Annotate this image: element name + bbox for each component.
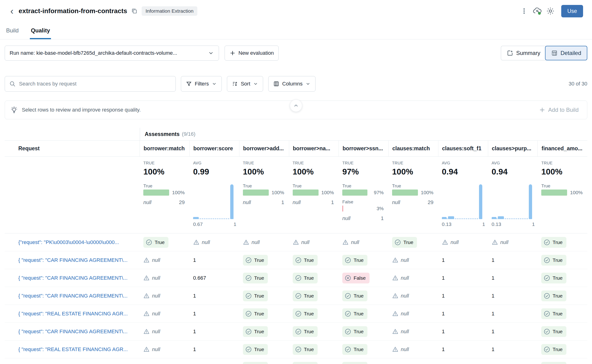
assessment-column-header[interactable]: borrower:match xyxy=(140,141,189,156)
check-circle-icon xyxy=(544,239,550,246)
true-badge: True xyxy=(541,291,566,301)
true-badge: True xyxy=(293,291,318,301)
sort-icon xyxy=(232,81,238,87)
assessment-column-header[interactable]: borrower>na... xyxy=(289,141,339,156)
null-value: null xyxy=(143,275,160,281)
table-icon xyxy=(551,50,558,56)
assessment-cell: True xyxy=(538,291,587,301)
back-chevron-icon[interactable]: ‹ xyxy=(8,6,16,16)
assessment-cell: 1 xyxy=(189,293,239,299)
bar-label: True xyxy=(392,183,433,188)
assessment-cell: null xyxy=(140,346,189,352)
warning-triangle-icon xyxy=(392,346,398,352)
numeric-value: 1 xyxy=(442,346,445,352)
assessment-cell: True xyxy=(388,237,438,248)
detailed-view-button[interactable]: Detailed xyxy=(545,46,587,60)
assessment-column-header[interactable]: clauses:soft_f1 xyxy=(438,141,488,156)
assessment-cell: True xyxy=(239,308,289,319)
check-circle-icon xyxy=(245,292,252,299)
request-link[interactable]: { "request": "CAR FINANCING AGREEMENT\..… xyxy=(5,257,140,263)
true-badge: True xyxy=(293,273,318,283)
assessment-cell: null xyxy=(388,275,438,281)
summary-stats-row: TRUE100%True100%null29AVG0.990.671TRUE10… xyxy=(5,157,587,234)
columns-button[interactable]: Columns xyxy=(268,76,315,91)
check-circle-icon xyxy=(544,346,550,353)
app-header: ‹ extract-information-from-contracts Inf… xyxy=(0,0,592,22)
assessments-title: Assessments xyxy=(145,131,180,137)
true-badge: True xyxy=(342,362,367,364)
request-link[interactable]: { "request": "REAL ESTATE FINANCING AGR.… xyxy=(5,311,140,317)
use-button[interactable]: Use xyxy=(561,5,583,17)
assessment-cell: null xyxy=(388,292,438,299)
stat-label: TRUE xyxy=(392,161,438,166)
null-value: null xyxy=(143,346,160,352)
filters-button[interactable]: Filters xyxy=(181,76,222,91)
request-link[interactable]: {"request": "PK\u0003\u0004-\u0000\u000.… xyxy=(5,239,140,245)
bar-percent: 100% xyxy=(419,190,433,195)
null-count-line: null1 xyxy=(293,199,334,206)
warning-triangle-icon xyxy=(342,239,349,245)
table-row[interactable]: { "request": "CAR FINANCING AGREEMENT\..… xyxy=(5,251,587,269)
summary-cell-borrower-add-: TRUE100%True100%null1 xyxy=(239,161,289,227)
assessment-column-header[interactable]: clauses:match xyxy=(388,141,438,156)
check-circle-icon xyxy=(544,257,550,263)
table-row[interactable]: { "request": "CAR FINANCING AGREEMENT\..… xyxy=(5,287,587,305)
assessment-column-header[interactable]: borrower>ssn... xyxy=(338,141,388,156)
warning-triangle-icon xyxy=(392,275,398,281)
search-input[interactable] xyxy=(19,81,171,87)
true-badge: True xyxy=(541,273,566,283)
assessment-column-header[interactable]: borrower>add... xyxy=(239,141,289,156)
sort-button[interactable]: Sort xyxy=(227,76,263,91)
warning-triangle-icon xyxy=(143,292,150,299)
search-row: Filters Sort Columns 30 of 30 xyxy=(5,76,587,91)
assessment-column-header[interactable]: borrower:score xyxy=(189,141,239,156)
bar-label: True xyxy=(293,183,334,188)
assessment-column-header[interactable]: clauses>purp... xyxy=(488,141,538,156)
null-count-line: null1 xyxy=(243,199,284,206)
assessment-cell: null xyxy=(140,292,189,299)
check-circle-icon xyxy=(345,257,351,263)
assessment-column-header[interactable]: financed_amo... xyxy=(538,141,587,156)
warning-triangle-icon xyxy=(143,257,150,263)
assessment-cell: 1 xyxy=(189,311,239,317)
numeric-value: 1 xyxy=(492,346,494,352)
check-circle-icon xyxy=(245,346,252,353)
plus-icon xyxy=(229,50,236,56)
request-link[interactable]: { "request": "CAR FINANCING AGREEMENT\..… xyxy=(5,293,140,299)
request-link[interactable]: { "request": "CAR FINANCING AGREEMENT\..… xyxy=(5,329,140,335)
run-name-select[interactable]: Run name: kie-base-model-bfb7265d_archik… xyxy=(5,46,219,61)
table-row[interactable]: { "request": "CAR FINANCING AGREEMENT\..… xyxy=(5,323,587,340)
assessment-cell: True xyxy=(289,344,339,355)
new-evaluation-button[interactable]: New evaluation xyxy=(225,46,279,61)
table-row[interactable]: { "request": "REAL ESTATE FINANCING AGR.… xyxy=(5,305,587,323)
stat-label: TRUE xyxy=(143,161,189,166)
true-badge: True xyxy=(541,237,566,248)
true-badge: True xyxy=(342,255,367,266)
check-circle-icon xyxy=(345,292,351,299)
collapse-summary-button[interactable] xyxy=(290,100,302,112)
table-row[interactable]: { "request": "CAR FINANCING AGREEMENT\..… xyxy=(5,269,587,287)
kebab-menu-icon[interactable] xyxy=(518,5,531,18)
warning-triangle-icon xyxy=(492,239,498,245)
add-to-build-button[interactable]: Add to Build xyxy=(534,103,584,117)
table-row[interactable]: { "request": "REAL ESTATE FINANCING AGR.… xyxy=(5,340,587,358)
copy-icon[interactable] xyxy=(131,7,138,14)
summary-cell-borrower-na-: TRUE100%True100%null1 xyxy=(289,161,339,227)
warning-triangle-icon xyxy=(193,239,199,245)
search-box[interactable] xyxy=(5,76,176,91)
tab-quality[interactable]: Quality xyxy=(30,24,51,39)
table-row[interactable]: { "request": "HEALTH FINANCING AGREEM...… xyxy=(5,358,587,364)
tab-build[interactable]: Build xyxy=(5,24,20,39)
gear-icon[interactable] xyxy=(544,5,557,18)
serving-status-cloud-icon[interactable] xyxy=(531,5,544,18)
stat-label: AVG xyxy=(442,161,488,166)
table-row[interactable]: {"request": "PK\u0003\u0004-\u0000\u000.… xyxy=(5,234,587,251)
numeric-value: 1 xyxy=(442,329,445,335)
filters-label: Filters xyxy=(195,81,209,87)
request-link[interactable]: { "request": "CAR FINANCING AGREEMENT\..… xyxy=(5,275,140,281)
request-link[interactable]: { "request": "REAL ESTATE FINANCING AGR.… xyxy=(5,346,140,352)
chevron-down-icon xyxy=(306,81,311,86)
true-badge: True xyxy=(392,237,417,248)
summary-view-button[interactable]: Summary xyxy=(501,46,546,60)
assessment-cell: null xyxy=(189,239,239,245)
